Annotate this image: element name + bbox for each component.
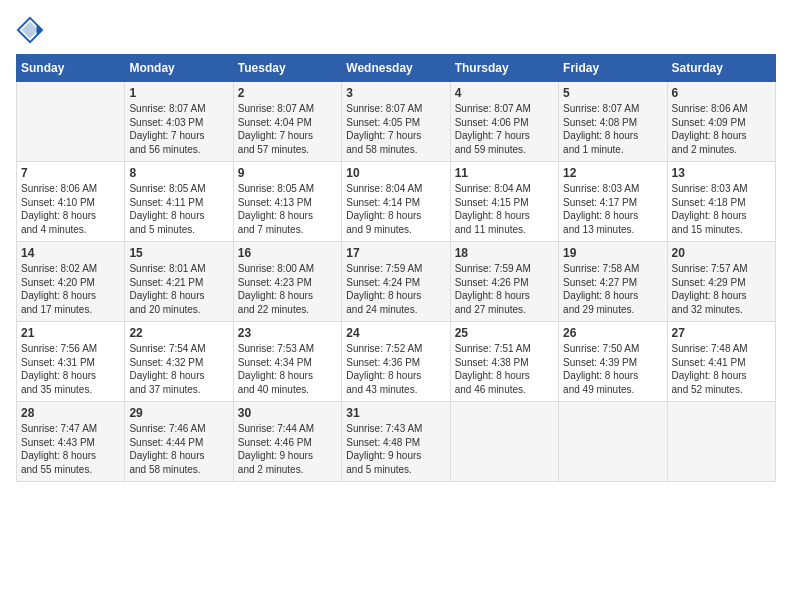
header-day-tuesday: Tuesday <box>233 55 341 82</box>
day-number: 17 <box>346 246 445 260</box>
cell-content: Sunrise: 7:43 AM Sunset: 4:48 PM Dayligh… <box>346 422 445 476</box>
cell-content: Sunrise: 7:57 AM Sunset: 4:29 PM Dayligh… <box>672 262 771 316</box>
cell-content: Sunrise: 8:00 AM Sunset: 4:23 PM Dayligh… <box>238 262 337 316</box>
header-day-friday: Friday <box>559 55 667 82</box>
logo-icon <box>16 16 44 44</box>
cell-content: Sunrise: 7:48 AM Sunset: 4:41 PM Dayligh… <box>672 342 771 396</box>
calendar-cell: 9Sunrise: 8:05 AM Sunset: 4:13 PM Daylig… <box>233 162 341 242</box>
calendar-cell: 1Sunrise: 8:07 AM Sunset: 4:03 PM Daylig… <box>125 82 233 162</box>
cell-content: Sunrise: 7:44 AM Sunset: 4:46 PM Dayligh… <box>238 422 337 476</box>
cell-content: Sunrise: 8:05 AM Sunset: 4:11 PM Dayligh… <box>129 182 228 236</box>
day-number: 4 <box>455 86 554 100</box>
day-number: 28 <box>21 406 120 420</box>
svg-marker-2 <box>37 23 43 36</box>
cell-content: Sunrise: 8:07 AM Sunset: 4:03 PM Dayligh… <box>129 102 228 156</box>
cell-content: Sunrise: 8:07 AM Sunset: 4:08 PM Dayligh… <box>563 102 662 156</box>
cell-content: Sunrise: 7:52 AM Sunset: 4:36 PM Dayligh… <box>346 342 445 396</box>
calendar-cell: 16Sunrise: 8:00 AM Sunset: 4:23 PM Dayli… <box>233 242 341 322</box>
cell-content: Sunrise: 8:04 AM Sunset: 4:15 PM Dayligh… <box>455 182 554 236</box>
calendar-body: 1Sunrise: 8:07 AM Sunset: 4:03 PM Daylig… <box>17 82 776 482</box>
calendar-cell: 13Sunrise: 8:03 AM Sunset: 4:18 PM Dayli… <box>667 162 775 242</box>
calendar-cell: 2Sunrise: 8:07 AM Sunset: 4:04 PM Daylig… <box>233 82 341 162</box>
calendar-cell: 15Sunrise: 8:01 AM Sunset: 4:21 PM Dayli… <box>125 242 233 322</box>
day-number: 21 <box>21 326 120 340</box>
cell-content: Sunrise: 8:05 AM Sunset: 4:13 PM Dayligh… <box>238 182 337 236</box>
day-number: 10 <box>346 166 445 180</box>
day-number: 18 <box>455 246 554 260</box>
calendar-cell: 10Sunrise: 8:04 AM Sunset: 4:14 PM Dayli… <box>342 162 450 242</box>
cell-content: Sunrise: 8:06 AM Sunset: 4:10 PM Dayligh… <box>21 182 120 236</box>
day-number: 13 <box>672 166 771 180</box>
day-number: 31 <box>346 406 445 420</box>
day-number: 30 <box>238 406 337 420</box>
header-day-monday: Monday <box>125 55 233 82</box>
day-number: 24 <box>346 326 445 340</box>
day-number: 2 <box>238 86 337 100</box>
calendar-cell: 25Sunrise: 7:51 AM Sunset: 4:38 PM Dayli… <box>450 322 558 402</box>
cell-content: Sunrise: 7:51 AM Sunset: 4:38 PM Dayligh… <box>455 342 554 396</box>
week-row-2: 7Sunrise: 8:06 AM Sunset: 4:10 PM Daylig… <box>17 162 776 242</box>
calendar-cell: 26Sunrise: 7:50 AM Sunset: 4:39 PM Dayli… <box>559 322 667 402</box>
header-day-thursday: Thursday <box>450 55 558 82</box>
cell-content: Sunrise: 8:06 AM Sunset: 4:09 PM Dayligh… <box>672 102 771 156</box>
day-number: 26 <box>563 326 662 340</box>
calendar-cell: 6Sunrise: 8:06 AM Sunset: 4:09 PM Daylig… <box>667 82 775 162</box>
cell-content: Sunrise: 7:59 AM Sunset: 4:24 PM Dayligh… <box>346 262 445 316</box>
day-number: 11 <box>455 166 554 180</box>
day-number: 20 <box>672 246 771 260</box>
cell-content: Sunrise: 7:53 AM Sunset: 4:34 PM Dayligh… <box>238 342 337 396</box>
day-number: 12 <box>563 166 662 180</box>
calendar-cell: 7Sunrise: 8:06 AM Sunset: 4:10 PM Daylig… <box>17 162 125 242</box>
calendar-cell <box>667 402 775 482</box>
cell-content: Sunrise: 8:07 AM Sunset: 4:05 PM Dayligh… <box>346 102 445 156</box>
calendar-cell: 8Sunrise: 8:05 AM Sunset: 4:11 PM Daylig… <box>125 162 233 242</box>
day-number: 22 <box>129 326 228 340</box>
day-number: 3 <box>346 86 445 100</box>
cell-content: Sunrise: 7:59 AM Sunset: 4:26 PM Dayligh… <box>455 262 554 316</box>
week-row-3: 14Sunrise: 8:02 AM Sunset: 4:20 PM Dayli… <box>17 242 776 322</box>
cell-content: Sunrise: 7:58 AM Sunset: 4:27 PM Dayligh… <box>563 262 662 316</box>
calendar-cell: 23Sunrise: 7:53 AM Sunset: 4:34 PM Dayli… <box>233 322 341 402</box>
day-number: 16 <box>238 246 337 260</box>
week-row-1: 1Sunrise: 8:07 AM Sunset: 4:03 PM Daylig… <box>17 82 776 162</box>
day-number: 5 <box>563 86 662 100</box>
calendar-cell <box>17 82 125 162</box>
calendar-header: SundayMondayTuesdayWednesdayThursdayFrid… <box>17 55 776 82</box>
calendar-table: SundayMondayTuesdayWednesdayThursdayFrid… <box>16 54 776 482</box>
calendar-cell <box>450 402 558 482</box>
day-number: 9 <box>238 166 337 180</box>
day-number: 27 <box>672 326 771 340</box>
week-row-4: 21Sunrise: 7:56 AM Sunset: 4:31 PM Dayli… <box>17 322 776 402</box>
calendar-cell: 19Sunrise: 7:58 AM Sunset: 4:27 PM Dayli… <box>559 242 667 322</box>
cell-content: Sunrise: 8:03 AM Sunset: 4:17 PM Dayligh… <box>563 182 662 236</box>
cell-content: Sunrise: 7:46 AM Sunset: 4:44 PM Dayligh… <box>129 422 228 476</box>
cell-content: Sunrise: 8:07 AM Sunset: 4:06 PM Dayligh… <box>455 102 554 156</box>
calendar-cell: 3Sunrise: 8:07 AM Sunset: 4:05 PM Daylig… <box>342 82 450 162</box>
day-number: 15 <box>129 246 228 260</box>
cell-content: Sunrise: 8:02 AM Sunset: 4:20 PM Dayligh… <box>21 262 120 316</box>
day-number: 25 <box>455 326 554 340</box>
week-row-5: 28Sunrise: 7:47 AM Sunset: 4:43 PM Dayli… <box>17 402 776 482</box>
calendar-cell: 12Sunrise: 8:03 AM Sunset: 4:17 PM Dayli… <box>559 162 667 242</box>
calendar-cell: 31Sunrise: 7:43 AM Sunset: 4:48 PM Dayli… <box>342 402 450 482</box>
calendar-cell: 20Sunrise: 7:57 AM Sunset: 4:29 PM Dayli… <box>667 242 775 322</box>
page-header <box>16 16 776 44</box>
calendar-cell: 18Sunrise: 7:59 AM Sunset: 4:26 PM Dayli… <box>450 242 558 322</box>
calendar-cell: 21Sunrise: 7:56 AM Sunset: 4:31 PM Dayli… <box>17 322 125 402</box>
calendar-cell: 11Sunrise: 8:04 AM Sunset: 4:15 PM Dayli… <box>450 162 558 242</box>
cell-content: Sunrise: 7:50 AM Sunset: 4:39 PM Dayligh… <box>563 342 662 396</box>
cell-content: Sunrise: 8:04 AM Sunset: 4:14 PM Dayligh… <box>346 182 445 236</box>
calendar-cell: 5Sunrise: 8:07 AM Sunset: 4:08 PM Daylig… <box>559 82 667 162</box>
logo <box>16 16 48 44</box>
day-number: 29 <box>129 406 228 420</box>
cell-content: Sunrise: 8:01 AM Sunset: 4:21 PM Dayligh… <box>129 262 228 316</box>
calendar-cell: 14Sunrise: 8:02 AM Sunset: 4:20 PM Dayli… <box>17 242 125 322</box>
cell-content: Sunrise: 7:54 AM Sunset: 4:32 PM Dayligh… <box>129 342 228 396</box>
calendar-cell: 29Sunrise: 7:46 AM Sunset: 4:44 PM Dayli… <box>125 402 233 482</box>
calendar-cell: 27Sunrise: 7:48 AM Sunset: 4:41 PM Dayli… <box>667 322 775 402</box>
calendar-cell: 4Sunrise: 8:07 AM Sunset: 4:06 PM Daylig… <box>450 82 558 162</box>
calendar-cell: 22Sunrise: 7:54 AM Sunset: 4:32 PM Dayli… <box>125 322 233 402</box>
calendar-cell: 28Sunrise: 7:47 AM Sunset: 4:43 PM Dayli… <box>17 402 125 482</box>
header-day-sunday: Sunday <box>17 55 125 82</box>
cell-content: Sunrise: 8:03 AM Sunset: 4:18 PM Dayligh… <box>672 182 771 236</box>
